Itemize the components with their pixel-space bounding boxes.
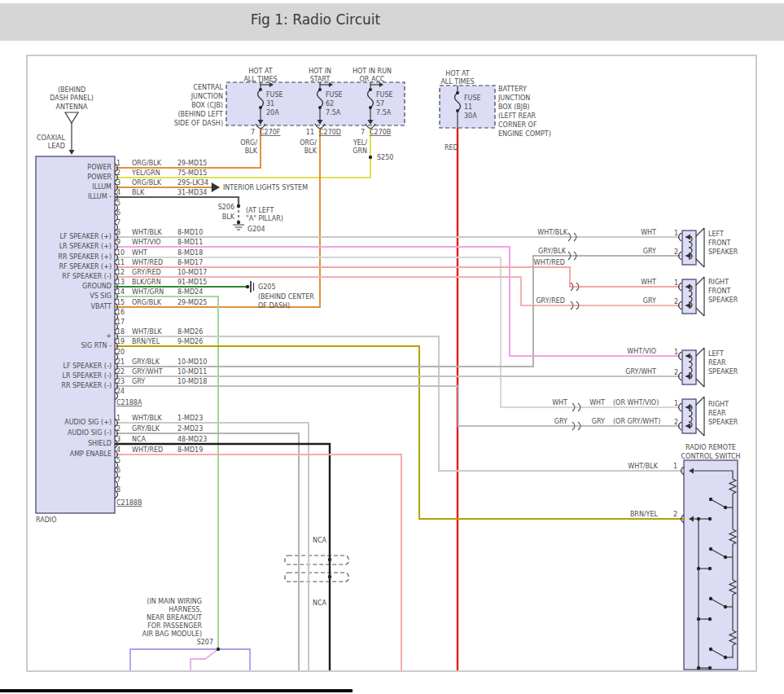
diagram-label: 31 — [266, 100, 274, 108]
diagram-label: BATTERY — [498, 86, 527, 93]
diagram-label: CORNER OF — [498, 121, 537, 129]
pin-number: 19 — [116, 338, 125, 345]
diagram-label: WHT/BLK — [537, 229, 567, 236]
diagram-label: ORG/ — [240, 139, 257, 147]
pin-number: 10 — [116, 249, 125, 257]
diagram-label: FRONT — [708, 288, 730, 295]
diagram-label: START — [310, 76, 331, 83]
circuit-number-label: 8-MD11 — [177, 239, 203, 246]
circuit-number-label: 10-MD17 — [177, 269, 207, 276]
radio-pin-function-label: GROUND — [82, 283, 112, 290]
pin-number: 16 — [116, 309, 125, 316]
diagram-label: ALL TIMES — [440, 78, 474, 86]
diagram-label: JUNCTION — [497, 94, 530, 102]
diagram-label: OR ACC — [360, 76, 385, 83]
wire-color-label: WHT/BLK — [132, 415, 162, 422]
diagram-label: "A" PILLAR) — [246, 215, 283, 222]
pin-number: 24 — [116, 388, 125, 395]
diagram-label: HOT AT — [445, 70, 470, 77]
junction-dot — [697, 617, 700, 621]
diagram-label: LEFT — [708, 350, 724, 358]
diagram-label: GRY/RED — [536, 297, 565, 305]
diagram-label: (OR WHT/VIO) — [613, 399, 659, 406]
diagram-label: RIGHT — [708, 279, 729, 286]
wiring-diagram-page: Fig 1: Radio Circuit 1ORG/BLK29-MD152YEL… — [0, 0, 784, 694]
diagram-label: WHT — [589, 399, 605, 406]
radio-pin-function-label: POWER — [87, 174, 112, 181]
bottom-edge-bar — [0, 689, 353, 692]
diagram-label: 2 — [674, 369, 678, 376]
ground-connector-dot — [246, 285, 249, 288]
junction-dot — [724, 605, 727, 608]
wire-color-label: ORG/BLK — [132, 299, 162, 306]
diagram-label: 1 — [673, 463, 677, 470]
diagram-label: NCA — [313, 537, 327, 544]
fuse-terminal-dot — [456, 91, 459, 94]
pin-number: 18 — [116, 328, 125, 336]
junction-dot — [709, 648, 712, 651]
diagram-label: COAXIAL — [37, 134, 66, 142]
radio-pin-function-label: ILLUM — [92, 183, 112, 191]
circuit-number-label: 9-MD26 — [177, 338, 203, 345]
diagram-label: AIR BAG MODULE) — [142, 630, 202, 638]
diagram-label: FUSE — [464, 94, 481, 102]
diagram-label: WHT/RED — [534, 259, 565, 266]
radio-pin-function-label: AMP ENABLE — [70, 450, 112, 458]
wire-color-label: WHT/VIO — [132, 239, 161, 246]
circuit-number-label: 10-MD11 — [177, 368, 207, 376]
junction-dot — [369, 156, 372, 159]
radio-pin-function-label: RF SPEAKER (+) — [59, 263, 112, 270]
diagram-label: 30A — [464, 112, 477, 120]
diagram-label: JUNCTION — [191, 93, 223, 100]
wire-color-label: BLK — [132, 189, 145, 196]
radio-pin-function-label: + — [106, 332, 112, 340]
diagram-label: BLK — [222, 213, 235, 221]
circuit-number-label: 29-MD15 — [177, 160, 207, 167]
diagram-label: BRN/YEL — [630, 511, 659, 518]
fuse-terminal-dot — [259, 106, 262, 109]
diagram-label: NEAR BREAKOUT — [147, 614, 202, 622]
radio-pin-function-label: RR SPEAKER (+) — [59, 253, 112, 261]
diagram-label: GRY/WHT — [625, 368, 656, 376]
radio-pin-function-label: LR SPEAKER (-) — [62, 372, 112, 380]
diagram-label: 11 — [306, 129, 314, 136]
circuit-number-label: 8-MD10 — [177, 229, 203, 236]
pin-number: 1 — [116, 415, 120, 422]
diagram-label: (LEFT REAR — [498, 112, 537, 120]
pin-number: 4 — [116, 189, 120, 196]
wire-color-label: BRN/YEL — [132, 338, 160, 345]
radio-pin-function-label: AUDIO SIG (-) — [68, 429, 112, 437]
pin-number: 23 — [116, 378, 125, 385]
radio-pin-function-label: AUDIO SIG (+) — [64, 419, 112, 426]
radio-pin-function-label: RR SPEAKER (-) — [61, 382, 112, 389]
diagram-label: LEFT — [708, 231, 724, 238]
junction-dot — [708, 666, 712, 670]
diagram-label: (BEHIND — [58, 86, 85, 94]
diagram-label: (IN MAIN WIRING — [147, 598, 202, 605]
diagram-label: S250 — [377, 154, 393, 161]
diagram-label: SPEAKER — [708, 419, 738, 426]
fuse-terminal-dot — [369, 88, 372, 91]
diagram-label: REAR — [708, 359, 726, 367]
diagram-label: 2 — [674, 298, 678, 305]
pin-number: 1 — [116, 160, 120, 167]
diagram-label: FUSE — [376, 91, 393, 99]
wire-color-label: YEL/GRN — [131, 169, 160, 177]
junction-dot — [724, 506, 727, 509]
junction-dot — [328, 575, 331, 578]
diagram-label: 20A — [266, 109, 279, 116]
circuit-number-label: 48-MD23 — [177, 436, 207, 443]
pin-number: 8 — [116, 486, 120, 494]
radio-pin-function-label: LF SPEAKER (+) — [60, 233, 112, 240]
wire-color-label: WHT/BLK — [132, 229, 162, 236]
junction-dot — [709, 498, 712, 501]
wire-color-label: WHT/GRN — [132, 288, 164, 296]
pin-number: 20 — [116, 349, 125, 356]
diagram-label: (BEHIND CENTER — [258, 293, 314, 301]
junction-dot — [217, 648, 220, 651]
circuit-number-label: 8-MD24 — [177, 288, 203, 296]
diagram-label: YEL/ — [353, 139, 367, 147]
wire-color-label: WHT/BLK — [132, 328, 162, 336]
junction-dot — [237, 221, 240, 224]
diagram-label: BOX (CJB) — [191, 102, 223, 109]
